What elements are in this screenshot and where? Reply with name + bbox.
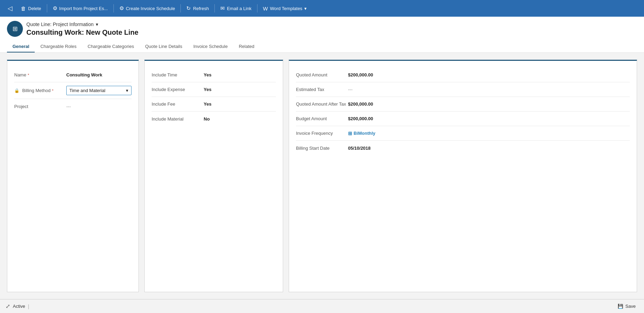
- estimated-tax-label: Estimated Tax: [296, 87, 348, 92]
- name-value: Consulting Work: [66, 72, 132, 77]
- breadcrumb[interactable]: Quote Line: Project Information ▾: [26, 22, 138, 27]
- name-required: *: [28, 73, 29, 77]
- tab-chargeable-roles[interactable]: Chargeable Roles: [35, 41, 82, 52]
- email-label: Email a Link: [227, 6, 252, 11]
- field-row-estimated-tax: Estimated Tax ---: [296, 82, 630, 97]
- include-fee-label: Include Fee: [152, 101, 204, 107]
- delete-label: Delete: [28, 6, 41, 11]
- tab-bar: General Chargeable Roles Chargeable Cate…: [7, 41, 637, 52]
- billing-required: *: [52, 89, 53, 93]
- quoted-amount-label: Quoted Amount: [296, 72, 348, 77]
- expand-icon[interactable]: ⤢: [6, 303, 10, 310]
- header-text: Quote Line: Project Information ▾ Consul…: [26, 22, 138, 36]
- breadcrumb-text: Quote Line: Project Information: [26, 22, 94, 27]
- field-row-include-expense: Include Expense Yes: [152, 82, 276, 97]
- status-divider: |: [28, 304, 29, 309]
- footer: ⤢ Active | 💾 Save: [0, 299, 644, 313]
- invoice-frequency-icon: ⊞: [348, 131, 352, 136]
- word-templates-label: Word Templates: [270, 6, 302, 11]
- divider-5: [257, 4, 257, 13]
- budget-amount-label: Budget Amount: [296, 116, 348, 121]
- divider-2: [113, 4, 114, 13]
- billing-start-date-value: 05/10/2018: [348, 146, 630, 151]
- invoice-frequency-text: BiMonthly: [354, 131, 375, 136]
- avatar: ⊞: [7, 21, 23, 37]
- middle-card: Include Time Yes Include Expense Yes Inc…: [144, 60, 283, 292]
- billing-method-label: 🔒 Billing Method *: [14, 88, 66, 93]
- save-label: Save: [625, 304, 636, 309]
- field-row-quoted-amount: Quoted Amount $200,000.00: [296, 68, 630, 82]
- tab-quote-line-details[interactable]: Quote Line Details: [139, 41, 188, 52]
- tab-related[interactable]: Related: [233, 41, 260, 52]
- include-fee-value: Yes: [204, 101, 276, 107]
- budget-amount-value: $200,000.00: [348, 116, 630, 121]
- status-area: ⤢ Active |: [6, 303, 29, 310]
- field-row-include-fee: Include Fee Yes: [152, 97, 276, 112]
- billing-start-date-label: Billing Start Date: [296, 146, 348, 151]
- field-row-quoted-after-tax: Quoted Amount After Tax $200,000.00: [296, 97, 630, 112]
- tab-invoice-schedule[interactable]: Invoice Schedule: [188, 41, 233, 52]
- quoted-after-tax-label: Quoted Amount After Tax: [296, 101, 348, 107]
- left-card: Name * Consulting Work 🔒 Billing Method …: [7, 60, 139, 292]
- content-area: Name * Consulting Work 🔒 Billing Method …: [0, 53, 644, 299]
- include-time-label: Include Time: [152, 72, 204, 77]
- back-icon: ◁: [8, 5, 12, 12]
- field-row-include-time: Include Time Yes: [152, 68, 276, 82]
- field-row-include-material: Include Material No: [152, 112, 276, 126]
- create-invoice-button[interactable]: ⚙ Create Invoice Schedule: [116, 3, 179, 14]
- save-button[interactable]: 💾 Save: [615, 302, 638, 310]
- field-row-billing-method: 🔒 Billing Method * Time and Material ▾: [14, 82, 132, 99]
- include-time-value: Yes: [204, 72, 276, 77]
- include-expense-label: Include Expense: [152, 87, 204, 92]
- billing-method-value: Time and Material: [69, 88, 105, 93]
- right-card: Quoted Amount $200,000.00 Estimated Tax …: [289, 60, 637, 292]
- email-button[interactable]: ✉ Email a Link: [217, 3, 255, 14]
- divider-4: [214, 4, 215, 13]
- lock-icon: 🔒: [14, 88, 19, 93]
- refresh-button[interactable]: ↻ Refresh: [183, 3, 212, 14]
- divider-1: [47, 4, 47, 13]
- refresh-icon: ↻: [186, 5, 191, 11]
- breadcrumb-chevron: ▾: [96, 22, 98, 27]
- import-label: Import from Project Es...: [59, 6, 108, 11]
- quoted-after-tax-value: $200,000.00: [348, 101, 630, 107]
- project-value: ---: [66, 104, 132, 109]
- tab-chargeable-categories[interactable]: Chargeable Categories: [82, 41, 140, 52]
- field-row-project: Project ---: [14, 99, 132, 114]
- email-icon: ✉: [220, 5, 225, 11]
- field-row-budget-amount: Budget Amount $200,000.00: [296, 112, 630, 126]
- back-button[interactable]: ◁: [4, 2, 16, 14]
- toolbar: ◁ 🗑 Delete ⚙ Import from Project Es... ⚙…: [0, 0, 644, 17]
- include-material-label: Include Material: [152, 116, 204, 122]
- import-icon: ⚙: [53, 5, 57, 11]
- delete-icon: 🗑: [21, 6, 26, 11]
- page-title: Consulting Work: New Quote Line: [26, 28, 138, 36]
- invoice-frequency-value[interactable]: ⊞ BiMonthly: [348, 131, 630, 136]
- avatar-icon: ⊞: [12, 25, 18, 33]
- billing-method-select[interactable]: Time and Material ▾: [66, 86, 132, 95]
- field-row-name: Name * Consulting Work: [14, 68, 132, 82]
- project-label: Project: [14, 104, 66, 109]
- word-templates-chevron: ▾: [304, 6, 307, 11]
- field-row-invoice-frequency: Invoice Frequency ⊞ BiMonthly: [296, 126, 630, 141]
- create-invoice-label: Create Invoice Schedule: [126, 6, 175, 11]
- word-templates-icon: W: [263, 6, 268, 11]
- status-badge: Active: [13, 304, 25, 309]
- include-expense-value: Yes: [204, 87, 276, 92]
- tab-general[interactable]: General: [7, 41, 35, 52]
- quoted-amount-value: $200,000.00: [348, 72, 630, 77]
- create-invoice-icon: ⚙: [119, 5, 124, 11]
- page-header: ⊞ Quote Line: Project Information ▾ Cons…: [0, 17, 644, 53]
- include-material-value: No: [204, 116, 276, 122]
- divider-3: [180, 4, 181, 13]
- delete-button[interactable]: 🗑 Delete: [17, 3, 45, 14]
- estimated-tax-value: ---: [348, 87, 630, 92]
- import-button[interactable]: ⚙ Import from Project Es...: [49, 3, 111, 14]
- invoice-frequency-label: Invoice Frequency: [296, 131, 348, 136]
- refresh-label: Refresh: [193, 6, 209, 11]
- field-row-billing-start-date: Billing Start Date 05/10/2018: [296, 141, 630, 155]
- word-templates-button[interactable]: W Word Templates ▾: [260, 3, 311, 14]
- name-label: Name *: [14, 72, 66, 77]
- save-icon: 💾: [618, 304, 623, 309]
- select-chevron: ▾: [126, 88, 128, 93]
